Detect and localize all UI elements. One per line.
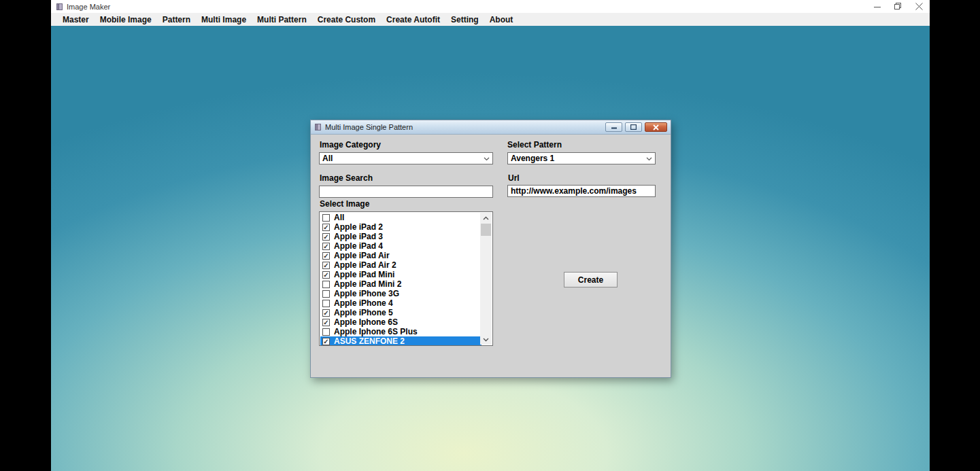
list-item[interactable]: ✓Apple iPad 2	[320, 222, 481, 232]
list-item[interactable]: ✓Apple iPad 3	[320, 232, 481, 241]
list-item[interactable]: ✓Apple iPad Air 2	[320, 260, 481, 270]
app-title: Image Maker	[67, 3, 110, 11]
menu-item-create-custom[interactable]: Create Custom	[312, 15, 381, 24]
close-icon[interactable]	[909, 0, 930, 13]
list-item[interactable]: Apple Iphone 6S Plus	[320, 327, 481, 336]
minimize-icon[interactable]	[605, 122, 622, 132]
checkbox-checked-icon[interactable]: ✓	[322, 271, 330, 279]
image-category-value: All	[322, 154, 333, 163]
select-pattern-value: Avengers 1	[511, 154, 554, 163]
url-input[interactable]	[507, 185, 656, 197]
image-category-label: Image Category	[320, 140, 381, 150]
desktop-background: Multi Image Single Pattern Image Cate	[51, 26, 930, 471]
image-search-input[interactable]	[319, 186, 493, 198]
scroll-down-icon[interactable]	[480, 334, 492, 345]
list-item-label: Apple iPhone 3G	[334, 289, 399, 298]
listbox-items: All✓Apple iPad 2✓Apple iPad 3✓Apple iPad…	[320, 213, 481, 346]
create-button[interactable]: Create	[564, 272, 618, 287]
app-titlebar: Image Maker	[51, 0, 930, 13]
select-pattern-select[interactable]: Avengers 1	[507, 152, 656, 164]
menubar: MasterMobile ImagePatternMulti ImageMult…	[51, 13, 930, 26]
list-item[interactable]: Apple iPhone 3G	[320, 289, 481, 298]
app-icon	[56, 3, 63, 11]
checkbox-checked-icon[interactable]: ✓	[322, 262, 330, 269]
list-item[interactable]: Apple iPhone 4	[320, 298, 481, 308]
list-item[interactable]: ✓Apple iPad 4	[320, 241, 481, 251]
scrollbar-thumb[interactable]	[481, 224, 491, 236]
list-item[interactable]: ✓Apple iPad Mini	[320, 270, 481, 279]
dialog-icon	[314, 123, 322, 131]
dialog-titlebar[interactable]: Multi Image Single Pattern	[311, 120, 671, 135]
checkbox-checked-icon[interactable]: ✓	[322, 233, 330, 241]
list-item[interactable]: All	[320, 213, 481, 222]
image-search-label: Image Search	[320, 173, 373, 183]
menu-item-setting[interactable]: Setting	[445, 15, 484, 24]
select-pattern-label: Select Pattern	[507, 140, 562, 150]
chevron-down-icon	[646, 157, 652, 161]
list-item-label: Apple iPad Mini 2	[334, 279, 401, 289]
list-item-label: Apple iPad Air	[334, 251, 390, 260]
restore-icon[interactable]	[888, 0, 909, 13]
maximize-icon[interactable]	[625, 122, 642, 132]
image-category-select[interactable]: All	[319, 152, 493, 164]
list-item-label: Apple iPad Air 2	[334, 260, 396, 270]
checkbox-checked-icon[interactable]: ✓	[322, 319, 330, 326]
checkbox-checked-icon[interactable]: ✓	[322, 252, 330, 260]
list-item-label: Apple Iphone 6S	[334, 317, 398, 327]
chevron-down-icon	[484, 157, 490, 161]
select-image-label: Select Image	[320, 199, 369, 209]
menu-item-about[interactable]: About	[484, 15, 519, 24]
list-item[interactable]: ✓Apple iPad Air	[320, 251, 481, 260]
checkbox-checked-icon[interactable]: ✓	[322, 338, 330, 345]
list-item[interactable]: ✓ASUS ZENFONE 2	[320, 336, 481, 346]
list-item-label: ASUS ZENFONE 2	[334, 336, 405, 346]
list-item-label: Apple iPad 2	[334, 222, 383, 232]
checkbox-unchecked-icon[interactable]	[322, 328, 330, 336]
menu-item-master[interactable]: Master	[57, 15, 95, 24]
menu-item-pattern[interactable]: Pattern	[157, 15, 196, 24]
menu-item-mobile-image[interactable]: Mobile Image	[95, 15, 157, 24]
list-item-label: Apple iPad Mini	[334, 270, 394, 279]
list-item-label: Apple iPad 3	[334, 232, 383, 241]
list-item[interactable]: ✓Apple iPhone 5	[320, 308, 481, 317]
dialog-title: Multi Image Single Pattern	[325, 123, 413, 131]
checkbox-unchecked-icon[interactable]	[322, 290, 330, 298]
dialog-multi-image-single-pattern: Multi Image Single Pattern Image Cate	[310, 120, 671, 378]
checkbox-unchecked-icon[interactable]	[322, 300, 330, 307]
minimize-icon[interactable]	[866, 0, 888, 13]
menu-item-multi-image[interactable]: Multi Image	[196, 15, 252, 24]
list-item-label: Apple iPhone 4	[334, 298, 393, 308]
close-icon[interactable]	[645, 122, 667, 132]
dialog-window-controls	[605, 122, 667, 132]
list-item-label: Apple Iphone 6S Plus	[334, 327, 418, 336]
url-label: Url	[508, 173, 520, 183]
checkbox-checked-icon[interactable]: ✓	[322, 224, 330, 231]
list-item[interactable]: ✓Apple Iphone 6S	[320, 317, 481, 327]
list-item[interactable]: Apple iPad Mini 2	[320, 279, 481, 289]
scroll-up-icon[interactable]	[480, 213, 492, 223]
list-item-label: Apple iPhone 5	[334, 308, 393, 317]
select-image-listbox[interactable]: All✓Apple iPad 2✓Apple iPad 3✓Apple iPad…	[319, 211, 493, 346]
window-controls	[866, 0, 930, 13]
list-item-label: All	[334, 213, 344, 222]
checkbox-checked-icon[interactable]: ✓	[322, 309, 330, 317]
checkbox-unchecked-icon[interactable]	[322, 281, 330, 288]
checkbox-unchecked-icon[interactable]	[322, 214, 330, 222]
scrollbar[interactable]	[480, 213, 492, 345]
menu-item-multi-pattern[interactable]: Multi Pattern	[252, 15, 312, 24]
checkbox-checked-icon[interactable]: ✓	[322, 243, 330, 250]
list-item-label: Apple iPad 4	[334, 241, 383, 251]
app-window-image-maker: Image Maker MasterMobile ImagePatternMul…	[51, 0, 930, 471]
screen: Image Maker MasterMobile ImagePatternMul…	[0, 0, 980, 471]
menu-item-create-autofit[interactable]: Create Autofit	[381, 15, 445, 24]
